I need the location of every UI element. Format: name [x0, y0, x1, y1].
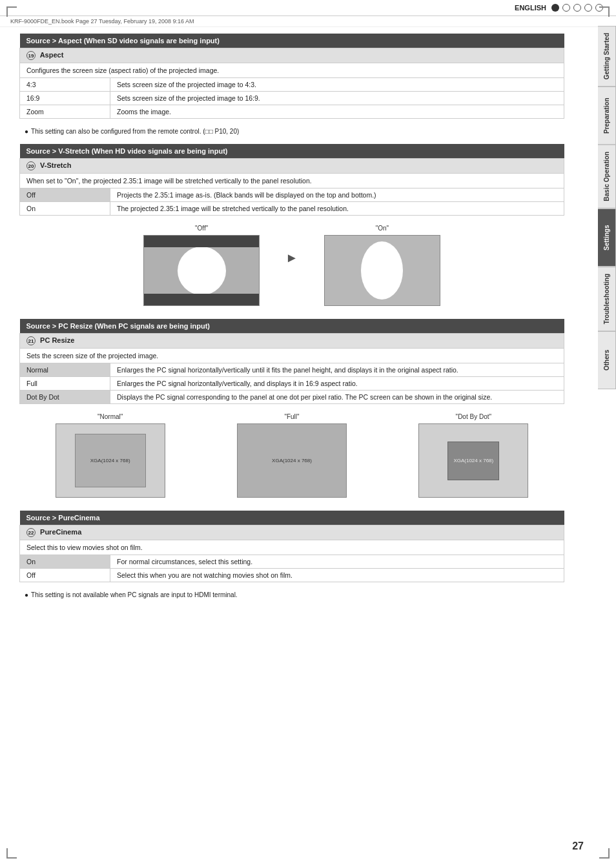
pcresize-inner-dot: XGA(1024 x 768) [447, 442, 499, 480]
aspect-desc-row: Configures the screen size (aspect ratio… [20, 63, 564, 78]
dot-1 [551, 4, 559, 12]
vstretch-desc-on: The projected 2.35:1 image will be stret… [110, 202, 564, 216]
aspect-row-43: 4:3 Sets screen size of the projected im… [20, 78, 564, 92]
vstretch-off-label: "Off" [195, 225, 208, 232]
pcresize-desc-row: Sets the screen size of the projected im… [20, 349, 564, 363]
purecinema-row-on: On For normal circumstances, select this… [20, 555, 564, 569]
vstretch-diagram-off: "Off" [143, 225, 260, 306]
header-dots [551, 4, 603, 12]
purecinema-label-off: Off [20, 569, 110, 582]
purecinema-description: Select this to view movies shot on film. [20, 540, 564, 555]
corner-mark-tr [599, 6, 610, 17]
vstretch-circle-on [361, 241, 403, 300]
tab-getting-started[interactable]: Getting Started [598, 26, 616, 86]
pcresize-diagram-dot: "Dot By Dot" XGA(1024 x 768) [418, 413, 528, 498]
pcresize-box-full: XGA(1024 x 768) [237, 423, 347, 498]
aspect-description: Configures the screen size (aspect ratio… [20, 63, 564, 78]
purecinema-section: Source > PureCinema 22 PureCinema Select… [19, 511, 564, 582]
pcresize-inner-full: XGA(1024 x 768) [238, 424, 346, 497]
top-header: ENGLISH [0, 0, 616, 16]
dot-2 [562, 4, 570, 12]
aspect-row-zoom: Zoom Zooms the image. [20, 105, 564, 119]
vstretch-arrow: ► [285, 225, 298, 265]
pcresize-xga-dot: XGA(1024 x 768) [453, 458, 493, 463]
pcresize-box-normal: XGA(1024 x 768) [56, 423, 165, 498]
aspect-note: This setting can also be configured from… [19, 128, 564, 135]
tab-troubleshooting[interactable]: Troubleshooting [598, 267, 616, 331]
side-tabs: Getting Started Preparation Basic Operat… [598, 26, 616, 389]
black-bar-top [144, 236, 259, 247]
aspect-subheader-row: 19 Aspect [20, 48, 564, 63]
aspect-label-zoom: Zoom [20, 105, 110, 119]
vstretch-description: When set to "On", the projected 2.35:1 i… [20, 174, 564, 188]
page-number: 27 [572, 840, 584, 852]
tab-basic-operation[interactable]: Basic Operation [598, 145, 616, 209]
pcresize-row-full: Full Enlarges the PC signal horizontally… [20, 377, 564, 391]
vstretch-on-label: "On" [376, 225, 389, 232]
vstretch-num: 20 [26, 161, 36, 170]
aspect-row-169: 16:9 Sets screen size of the projected i… [20, 92, 564, 105]
vstretch-subheader-row: 20 V-Stretch [20, 159, 564, 174]
vstretch-desc-row: When set to "On", the projected 2.35:1 i… [20, 174, 564, 188]
tab-settings[interactable]: Settings [598, 209, 616, 267]
pcresize-diagrams: "Normal" XGA(1024 x 768) "Full" XGA(1024… [19, 413, 564, 498]
vstretch-header-row: Source > V-Stretch (When HD video signal… [20, 144, 564, 159]
aspect-desc-169: Sets screen size of the projected image … [110, 92, 564, 105]
vstretch-diagram-on: "On" [324, 225, 440, 306]
pcresize-header-row: Source > PC Resize (When PC signals are … [20, 319, 564, 334]
aspect-label-43: 4:3 [20, 78, 110, 92]
pcresize-desc-normal: Enlarges the PC signal horizontally/vert… [110, 363, 564, 377]
file-label: KRF-9000FDE_EN.book Page 27 Tuesday, Feb… [0, 16, 616, 27]
purecinema-num: 22 [26, 528, 36, 537]
aspect-section: Source > Aspect (When SD video signals a… [19, 34, 564, 119]
pcresize-label-normal: Normal [20, 363, 110, 377]
vstretch-header: Source > V-Stretch (When HD video signal… [20, 144, 564, 159]
tab-preparation[interactable]: Preparation [598, 86, 616, 145]
pcresize-num: 21 [26, 336, 36, 345]
pcresize-desc-dotbydot: Displays the PC signal corresponding to … [110, 391, 564, 404]
corner-mark-tl [6, 6, 17, 17]
vstretch-circle-off [178, 247, 226, 295]
pcresize-xga-normal: XGA(1024 x 768) [90, 458, 130, 463]
pcresize-description: Sets the screen size of the projected im… [20, 349, 564, 363]
vstretch-row-off: Off Projects the 2.35:1 image as-is. (Bl… [20, 188, 564, 202]
purecinema-header: Source > PureCinema [20, 511, 564, 525]
pcresize-header: Source > PC Resize (When PC signals are … [20, 319, 564, 334]
pcresize-diagram-normal: "Normal" XGA(1024 x 768) [56, 413, 165, 498]
pcresize-inner-normal: XGA(1024 x 768) [75, 434, 146, 487]
aspect-desc-zoom: Zooms the image. [110, 105, 564, 119]
vstretch-label-on: On [20, 202, 110, 216]
vstretch-box-off [143, 235, 260, 306]
pcresize-row-dotbydot: Dot By Dot Displays the PC signal corres… [20, 391, 564, 404]
vstretch-label-off: Off [20, 188, 110, 202]
pcresize-full-label: "Full" [284, 413, 299, 420]
language-label: ENGLISH [515, 4, 546, 12]
purecinema-subheader-row: 22 PureCinema [20, 525, 564, 540]
purecinema-row-off: Off Select this when you are not watchin… [20, 569, 564, 582]
corner-mark-bl [6, 848, 17, 859]
aspect-label-169: 16:9 [20, 92, 110, 105]
black-bar-bottom [144, 294, 259, 305]
tab-others[interactable]: Others [598, 331, 616, 389]
pcresize-row-normal: Normal Enlarges the PC signal horizontal… [20, 363, 564, 377]
pcresize-dot-label: "Dot By Dot" [456, 413, 491, 420]
main-content: Source > Aspect (When SD video signals a… [0, 27, 597, 620]
arrow-icon: ► [285, 250, 298, 265]
dot-3 [573, 4, 581, 12]
vstretch-subheader: 20 V-Stretch [20, 159, 564, 174]
aspect-subheader: 19 Aspect [20, 48, 564, 63]
aspect-desc-43: Sets screen size of the projected image … [110, 78, 564, 92]
vstretch-desc-off: Projects the 2.35:1 image as-is. (Black … [110, 188, 564, 202]
pcresize-section: Source > PC Resize (When PC signals are … [19, 319, 564, 404]
purecinema-desc-on: For normal circumstances, select this se… [110, 555, 564, 569]
aspect-num: 19 [26, 51, 36, 60]
purecinema-label-on: On [20, 555, 110, 569]
pcresize-desc-full: Enlarges the PC signal horizontally/vert… [110, 377, 564, 391]
pcresize-label-full: Full [20, 377, 110, 391]
dot-4 [584, 4, 592, 12]
pcresize-xga-full: XGA(1024 x 768) [272, 458, 312, 463]
pcresize-normal-label: "Normal" [98, 413, 123, 420]
purecinema-subheader: 22 PureCinema [20, 525, 564, 540]
pcresize-diagram-full: "Full" XGA(1024 x 768) [237, 413, 347, 498]
corner-mark-br [599, 848, 610, 859]
